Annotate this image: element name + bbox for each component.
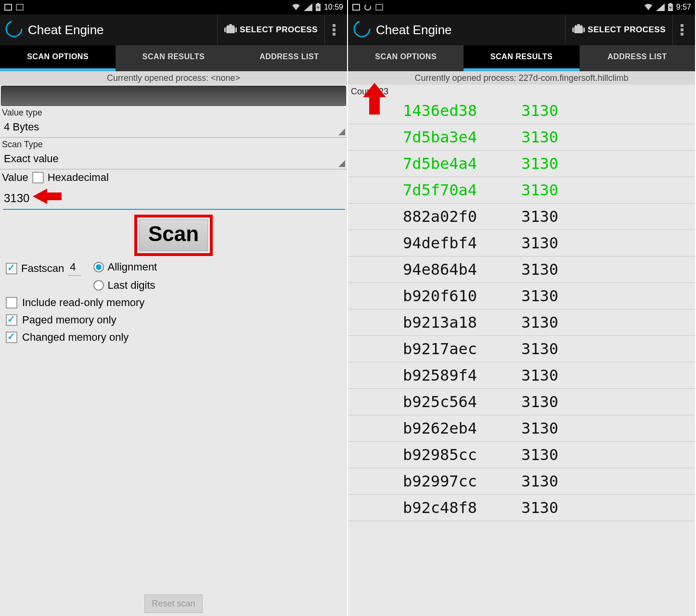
result-value: 3130 (521, 446, 558, 464)
last-digits-radio[interactable] (93, 280, 104, 291)
svg-point-9 (232, 24, 233, 26)
result-address: b920f610 (403, 287, 521, 305)
fastscan-value-input[interactable]: 4 (68, 261, 80, 276)
status-bar: 10:59 (0, 0, 347, 14)
result-row[interactable]: b92589f43130 (348, 362, 695, 389)
result-value: 3130 (521, 128, 558, 146)
result-address: 7d5f70a4 (403, 181, 521, 199)
svg-rect-10 (333, 24, 335, 27)
svg-rect-26 (681, 33, 683, 36)
fastscan-label: Fastscan (21, 262, 64, 275)
svg-rect-20 (572, 27, 574, 32)
search-bar-input[interactable] (1, 86, 346, 106)
svg-rect-12 (333, 33, 335, 36)
select-process-button[interactable]: SELECT PROCESS (217, 14, 325, 45)
app-switch-icon-1 (4, 3, 13, 12)
reset-scan-button[interactable]: Reset scan (144, 594, 202, 613)
svg-rect-5 (226, 26, 235, 33)
result-address: 94e864b4 (403, 260, 521, 279)
tab-scan-options[interactable]: SCAN OPTIONS (0, 45, 116, 71)
svg-rect-0 (5, 4, 12, 10)
result-row[interactable]: b92985cc3130 (348, 442, 695, 468)
app-switch-icon-2 (375, 3, 384, 12)
hexadecimal-checkbox[interactable] (32, 172, 44, 183)
annotation-arrow-icon (369, 95, 380, 115)
alignment-radio-label: Allignment (108, 261, 157, 273)
result-address: b92c48f8 (403, 499, 521, 517)
result-row[interactable]: b92c48f83130 (348, 495, 695, 521)
svg-point-14 (365, 4, 371, 10)
result-row[interactable]: b920f6103130 (348, 283, 695, 309)
result-value: 3130 (521, 207, 558, 226)
select-process-label: SELECT PROCESS (588, 25, 666, 35)
title-bar: Cheat Engine SELECT PROCESS (0, 14, 347, 45)
result-row[interactable]: 1436ed383130 (348, 98, 695, 124)
title-bar: Cheat Engine SELECT PROCESS (348, 14, 695, 45)
status-bar: 9:57 (348, 0, 695, 14)
result-row[interactable]: 94e864b43130 (348, 257, 695, 283)
svg-rect-1 (16, 4, 23, 10)
tab-address-list[interactable]: ADDRESS LIST (232, 45, 347, 71)
wifi-icon (644, 3, 653, 11)
tab-scan-results[interactable]: SCAN RESULTS (116, 45, 231, 71)
result-row[interactable]: b925c5643130 (348, 389, 695, 415)
android-icon (224, 22, 237, 38)
read-only-checkbox[interactable] (6, 297, 17, 308)
svg-rect-25 (681, 28, 683, 31)
scan-type-spinner[interactable]: Exact value (0, 151, 347, 169)
result-value: 3130 (521, 234, 558, 252)
tab-scan-options[interactable]: SCAN OPTIONS (348, 45, 464, 71)
app-logo-icon (352, 19, 372, 41)
result-row[interactable]: b9217aec3130 (348, 336, 695, 362)
result-address: 7d5be4a4 (403, 154, 521, 173)
annotation-highlight-box: Scan (134, 215, 213, 256)
result-row[interactable]: 7d5be4a43130 (348, 151, 695, 177)
hexadecimal-label: Hexadecimal (48, 171, 109, 184)
read-only-label: Include read-only memory (22, 296, 144, 309)
app-title: Cheat Engine (376, 23, 565, 38)
result-row[interactable]: b9213a183130 (348, 309, 695, 336)
app-switch-icon (352, 3, 361, 12)
result-value: 3130 (521, 260, 558, 279)
result-row[interactable]: b9262eb43130 (348, 415, 695, 442)
svg-rect-24 (681, 24, 683, 27)
result-address: 1436ed38 (403, 102, 521, 120)
tab-scan-results[interactable]: SCAN RESULTS (464, 45, 579, 71)
result-value: 3130 (521, 154, 558, 173)
value-type-spinner[interactable]: 4 Bytes (0, 119, 347, 138)
result-row[interactable]: 7d5f70a43130 (348, 177, 695, 204)
results-count: Count: 23 (348, 85, 695, 98)
alignment-radio[interactable] (93, 262, 104, 272)
paged-memory-checkbox[interactable] (6, 314, 17, 326)
result-address: 882a02f0 (403, 207, 521, 226)
fastscan-checkbox[interactable] (6, 263, 17, 274)
svg-rect-17 (670, 3, 671, 4)
svg-point-4 (6, 21, 22, 37)
svg-point-8 (228, 24, 230, 26)
svg-rect-7 (235, 27, 237, 32)
result-value: 3130 (521, 419, 558, 437)
battery-icon (315, 3, 321, 12)
changed-memory-checkbox[interactable] (6, 332, 17, 343)
result-row[interactable]: b92997cc3130 (348, 468, 695, 495)
result-value: 3130 (521, 393, 558, 411)
result-row[interactable]: 94defbf43130 (348, 230, 695, 257)
results-list[interactable]: 1436ed3831307d5ba3e431307d5be4a431307d5f… (348, 98, 695, 616)
result-value: 3130 (521, 313, 558, 332)
value-input[interactable]: 3130 (4, 192, 29, 205)
result-address: b92985cc (403, 446, 521, 464)
value-label: Value (2, 171, 28, 184)
result-address: b9217aec (403, 340, 521, 358)
svg-rect-15 (376, 4, 383, 10)
process-line: Currently opened process: <none> (0, 71, 347, 85)
result-row[interactable]: 882a02f03130 (348, 204, 695, 230)
result-address: b92589f4 (403, 366, 521, 385)
wifi-icon (291, 3, 301, 11)
tab-address-list[interactable]: ADDRESS LIST (580, 45, 695, 71)
scan-button[interactable]: Scan (139, 219, 208, 251)
overflow-menu-button[interactable] (325, 14, 343, 45)
select-process-button[interactable]: SELECT PROCESS (565, 14, 673, 45)
app-title: Cheat Engine (28, 23, 217, 38)
overflow-menu-button[interactable] (673, 14, 691, 45)
result-row[interactable]: 7d5ba3e43130 (348, 124, 695, 151)
